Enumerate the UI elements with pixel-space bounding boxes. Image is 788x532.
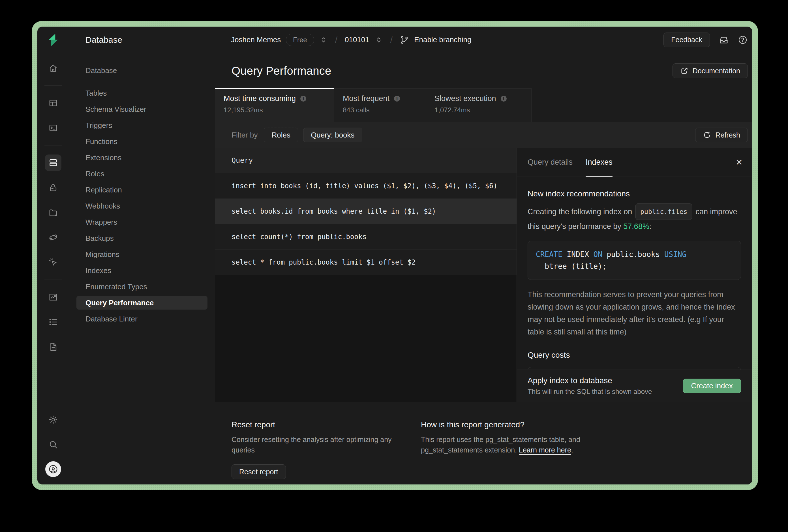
reports-icon	[48, 292, 58, 302]
panel-tabs: Query details Indexes ✕	[517, 148, 752, 177]
create-index-button[interactable]: Create index	[683, 379, 741, 393]
sidebar-item-roles[interactable]: Roles	[69, 166, 215, 182]
rail-item-settings[interactable]	[45, 411, 61, 428]
tab-label: Most frequent	[343, 94, 390, 103]
sql-text: btree (title);	[536, 262, 607, 271]
table-row[interactable]: select * from public.books limit $1 offs…	[215, 250, 516, 275]
tab-most-frequent[interactable]: Most frequent i 843 calls	[334, 88, 426, 122]
rail-item-database[interactable]	[45, 155, 61, 171]
tab-value: 1,072.74ms	[434, 106, 531, 114]
search-icon	[48, 440, 58, 449]
tab-indexes[interactable]: Indexes	[586, 148, 612, 177]
note-line: may not be used immediately after it's c…	[528, 313, 741, 326]
supabase-logo-icon	[47, 33, 60, 47]
roles-filter-button[interactable]: Roles	[264, 127, 298, 142]
app-title: Database	[85, 35, 122, 45]
database-icon	[48, 158, 58, 168]
rail-item-edge-functions[interactable]	[45, 229, 61, 245]
breadcrumb-separator: /	[335, 35, 337, 45]
intro-text: can improve	[695, 205, 737, 218]
sidebar-item-migrations[interactable]: Migrations	[69, 247, 215, 262]
tab-slowest-execution[interactable]: Slowest execution i 1,072.74ms	[426, 88, 532, 122]
sidebar-item-replication[interactable]: Replication	[69, 182, 215, 198]
user-avatar[interactable]	[45, 461, 61, 477]
recommendation-intro: Creating the following index on public.f…	[528, 203, 741, 233]
reset-report-title: Reset report	[232, 420, 421, 429]
rail-item-reports[interactable]	[45, 289, 61, 306]
info-icon[interactable]: i	[394, 96, 400, 102]
close-panel-button[interactable]: ✕	[736, 157, 743, 167]
table-row[interactable]: insert into books (id, title) values ($1…	[215, 173, 516, 199]
icon-rail	[37, 53, 69, 485]
tab-most-time-consuming[interactable]: Most time consuming i 12,195.32ms	[215, 88, 334, 122]
rail-item-logs[interactable]	[45, 314, 61, 330]
report-tabs: Most time consuming i 12,195.32ms Most f…	[215, 88, 752, 122]
edge-functions-icon	[48, 233, 58, 242]
sidebar-item-query-performance[interactable]: Query Performance	[76, 296, 208, 310]
learn-more-link[interactable]: Learn more here	[519, 446, 571, 454]
org-name[interactable]: Joshen Memes	[231, 35, 281, 44]
sidebar-item-functions[interactable]: Functions	[69, 134, 215, 150]
sidebar-item-backups[interactable]: Backups	[69, 230, 215, 247]
sidebar-item-indexes[interactable]: Indexes	[69, 262, 215, 279]
sidebar-item-extensions[interactable]: Extensions	[69, 150, 215, 166]
external-link-icon	[680, 66, 689, 75]
rail-item-realtime[interactable]	[45, 254, 61, 271]
project-select-chevrons-icon[interactable]	[374, 36, 383, 44]
panel-content: New index recommendations Creating the f…	[517, 177, 752, 370]
enable-branching-button[interactable]: Enable branching	[414, 35, 471, 44]
details-panel: Query details Indexes ✕ New index recomm…	[517, 148, 752, 402]
inbox-icon	[718, 35, 729, 45]
sidebar-item-database-linter[interactable]: Database Linter	[69, 311, 215, 327]
rail-item-search[interactable]	[45, 436, 61, 453]
info-icon[interactable]: i	[501, 96, 507, 102]
info-icon[interactable]: i	[300, 96, 306, 102]
sql-text: INDEX	[563, 250, 594, 259]
org-select-chevrons-icon[interactable]	[319, 36, 328, 44]
refresh-icon	[703, 131, 711, 139]
file-document-icon	[48, 342, 58, 352]
desc-line: .	[571, 446, 573, 454]
feedback-button[interactable]: Feedback	[664, 33, 710, 47]
sidebar-item-schema-visualizer[interactable]: Schema Visualizer	[69, 101, 215, 117]
sql-keyword: ON	[594, 250, 602, 259]
reset-report-button[interactable]: Reset report	[232, 465, 286, 479]
note-line: This recommendation serves to prevent yo…	[528, 288, 741, 301]
content-split: Query insert into books (id, title) valu…	[215, 148, 752, 402]
sidebar-item-tables[interactable]: Tables	[69, 85, 215, 101]
sidebar-item-wrappers[interactable]: Wrappers	[69, 214, 215, 230]
table-row[interactable]: select count(*) from public.books	[215, 224, 516, 250]
inbox-button[interactable]	[718, 35, 729, 45]
intro-text: this query's performance by	[528, 220, 621, 233]
table-name-chip: public.files	[635, 203, 692, 220]
supabase-logo[interactable]	[37, 26, 69, 53]
sidebar-item-triggers[interactable]: Triggers	[69, 117, 215, 134]
query-filter-button[interactable]: Query: books	[303, 127, 362, 142]
rail-item-authentication[interactable]	[45, 179, 61, 196]
rail-item-storage[interactable]	[45, 204, 61, 221]
report-info-title: How is this report generated?	[421, 420, 580, 429]
project-id[interactable]: 010101	[345, 35, 369, 44]
rail-item-sql-editor[interactable]	[45, 120, 61, 136]
table-row-selected[interactable]: select books.id from books where title i…	[215, 199, 516, 224]
documentation-button[interactable]: Documentation	[672, 63, 748, 78]
apply-index-title: Apply index to database	[528, 376, 652, 385]
git-branch-icon	[400, 35, 409, 44]
filter-bar: Filter by Roles Query: books Refresh	[215, 122, 752, 148]
refresh-button[interactable]: Refresh	[695, 127, 748, 142]
rail-item-api-docs[interactable]	[45, 339, 61, 355]
filter-by-label: Filter by	[232, 131, 258, 139]
page-title: Query Performance	[232, 64, 331, 77]
intro-text: Creating the following index on	[528, 205, 632, 218]
close-icon: ✕	[736, 158, 743, 167]
rail-item-table-editor[interactable]	[45, 95, 61, 111]
sidebar-item-webhooks[interactable]: Webhooks	[69, 198, 215, 214]
table-empty-area	[215, 275, 516, 402]
sidebar-item-enumerated-types[interactable]: Enumerated Types	[69, 279, 215, 295]
help-button[interactable]	[737, 35, 748, 45]
sidebar: Database Tables Schema Visualizer Trigge…	[69, 53, 215, 485]
tab-query-details[interactable]: Query details	[528, 148, 573, 177]
query-table: Query insert into books (id, title) valu…	[215, 148, 517, 402]
rail-item-home[interactable]	[45, 60, 61, 76]
storage-icon	[48, 208, 58, 217]
